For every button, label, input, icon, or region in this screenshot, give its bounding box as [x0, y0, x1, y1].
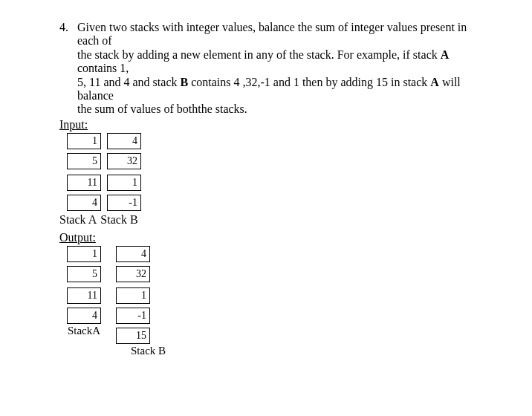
output-stack-b: 4 32 1 -1 15 — [116, 246, 150, 343]
stack-cell: 1 — [67, 133, 101, 149]
problem-text-line2c: contains 1, — [77, 62, 129, 74]
stack-a-bold: A — [441, 48, 450, 61]
input-stack-b: 4 32 1 -1 — [107, 133, 141, 210]
problem-text-line2a: the stack by adding a new element in any… — [77, 48, 441, 61]
stack-cell: 1 — [107, 175, 141, 191]
stack-cell: 4 — [67, 308, 101, 324]
problem-text-line3a: 5, 11 and 4 and stack — [77, 76, 180, 88]
input-stack-labels: Stack A Stack B — [59, 213, 505, 227]
stack-cell: -1 — [116, 308, 150, 324]
stack-cell: 1 — [67, 246, 101, 262]
stack-b-bold: B — [180, 76, 188, 88]
stack-cell: 4 — [107, 133, 141, 149]
input-label: Input: — [59, 118, 505, 131]
stack-cell: -1 — [107, 195, 141, 211]
stack-cell: 15 — [116, 328, 150, 344]
stack-cell: 32 — [107, 153, 141, 169]
output-stacks: 1 5 11 4 StackA 4 32 1 -1 15 — [67, 246, 505, 343]
stack-cell: 4 — [116, 246, 150, 262]
stack-b-label-out: Stack B — [131, 345, 505, 357]
problem-number: 4. — [27, 21, 77, 34]
stack-cell: 4 — [67, 195, 101, 211]
stack-a-label: Stack A — [59, 213, 96, 226]
stack-cell: 11 — [67, 287, 101, 304]
output-stack-a: 1 5 11 4 StackA — [67, 246, 101, 337]
stack-b-label: Stack B — [100, 213, 137, 226]
input-stacks: 1 5 11 4 4 32 1 -1 — [67, 133, 505, 210]
problem-text-line4: the sum of values of boththe stacks. — [77, 103, 247, 115]
stack-cell: 5 — [67, 153, 101, 169]
problem-text-line1: Given two stacks with integer values, ba… — [77, 21, 467, 47]
stack-a-label-out: StackA — [68, 325, 100, 337]
stack-cell: 32 — [116, 266, 150, 282]
problem-text-line3c: contains 4 ,32,-1 and 1 then by adding 1… — [188, 76, 430, 88]
problem-block: 4. Given two stacks with integer values,… — [27, 21, 505, 117]
stack-cell: 5 — [67, 266, 101, 282]
stack-cell: 11 — [67, 175, 101, 191]
problem-statement: Given two stacks with integer values, ba… — [77, 21, 505, 117]
stack-a-bold-2: A — [430, 76, 439, 88]
stack-cell: 1 — [116, 287, 150, 304]
output-label: Output: — [59, 231, 505, 244]
input-stack-a: 1 5 11 4 — [67, 133, 101, 210]
